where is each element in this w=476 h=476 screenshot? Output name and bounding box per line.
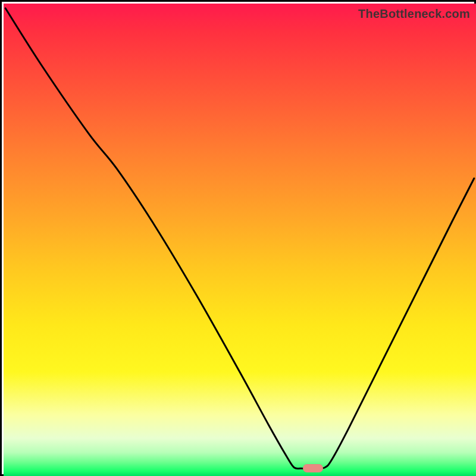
plot-area: TheBottleneck.com (4, 4, 476, 476)
optimal-point-marker (303, 464, 323, 472)
watermark-text: TheBottleneck.com (358, 7, 470, 21)
background-gradient (4, 4, 476, 476)
chart-frame: TheBottleneck.com (0, 0, 476, 476)
